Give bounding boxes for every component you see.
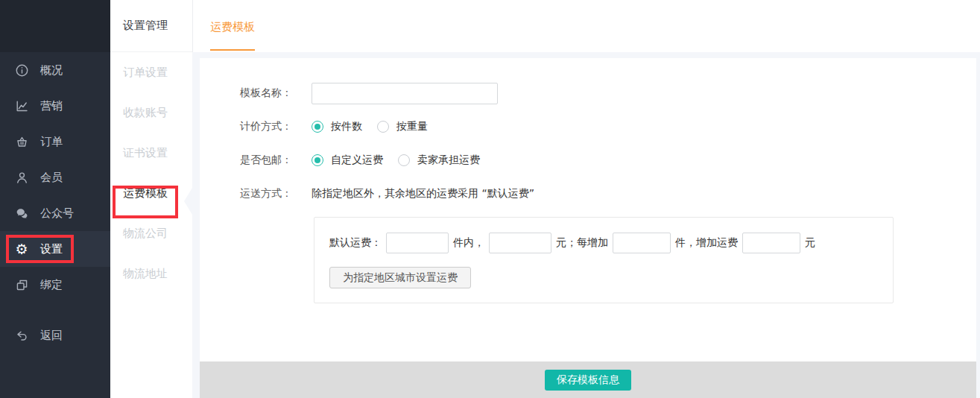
sidebar-item-overview[interactable]: 概况 <box>0 52 110 88</box>
link-icon <box>14 277 29 292</box>
submenu-item-order-settings[interactable]: 订单设置 <box>110 52 192 92</box>
active-item-arrow <box>184 188 192 215</box>
submenu-title: 设置管理 <box>110 0 192 52</box>
sidebar-item-orders[interactable]: 订单 <box>0 124 110 159</box>
info-icon <box>14 63 29 78</box>
sidebar-item-marketing[interactable]: 营销 <box>0 88 110 124</box>
radio-icon <box>312 121 323 133</box>
set-region-freight-button[interactable]: 为指定地区城市设置运费 <box>329 267 471 288</box>
submenu-item-label: 运费模板 <box>123 186 168 200</box>
template-name-row: 模板名称： <box>240 83 976 104</box>
additional-fee-input[interactable] <box>742 233 800 253</box>
unit-within-text: 件内， <box>453 236 484 250</box>
radio-label: 按重量 <box>396 120 428 133</box>
sidebar-item-label: 绑定 <box>40 278 63 292</box>
submenu-item-label: 物流地址 <box>123 267 168 281</box>
submenu-item-logistics-company[interactable]: 物流公司 <box>110 213 192 253</box>
radio-by-weight[interactable]: 按重量 <box>377 120 428 133</box>
save-template-button[interactable]: 保存模板信息 <box>545 370 631 391</box>
tab-freight-template[interactable]: 运费模板 <box>210 20 255 34</box>
freight-template-form: 模板名称： 计价方式： 按件数 按重量 是否包邮： 自定义运费 <box>200 58 976 303</box>
tab-bar: 运费模板 <box>192 0 980 52</box>
shipping-method-label: 运送方式： <box>240 187 312 200</box>
unit-yuan-every-text: 元；每增加 <box>556 236 608 250</box>
pricing-method-label: 计价方式： <box>240 120 312 133</box>
sidebar-item-label: 设置 <box>40 242 63 256</box>
pieces-within-input[interactable] <box>386 233 449 253</box>
user-icon <box>14 170 29 185</box>
template-name-label: 模板名称： <box>240 86 312 100</box>
submenu-item-label: 收款账号 <box>123 106 168 120</box>
radio-custom-freight[interactable]: 自定义运费 <box>312 154 383 167</box>
main-area: 运费模板 模板名称： 计价方式： 按件数 按重量 是否包邮： <box>192 0 980 398</box>
unit-yuan-text: 元 <box>805 236 815 250</box>
sidebar-item-label: 概况 <box>40 63 63 78</box>
default-freight-row: 默认运费： 件内， 元；每增加 件，增加运费 元 <box>329 233 893 253</box>
additional-pieces-input[interactable] <box>613 233 671 253</box>
sidebar-item-label: 订单 <box>40 135 63 149</box>
radio-icon <box>377 121 389 133</box>
gear-icon: ⚙ <box>14 241 29 256</box>
submenu-item-payment-account[interactable]: 收款账号 <box>110 92 192 133</box>
default-freight-box: 默认运费： 件内， 元；每增加 件，增加运费 元 为指定地区城市设置运费 <box>314 217 894 303</box>
sidebar-item-members[interactable]: 会员 <box>0 159 110 195</box>
sidebar-header <box>0 0 110 52</box>
default-freight-label: 默认运费： <box>329 236 382 250</box>
sidebar-item-label: 公众号 <box>40 206 74 221</box>
radio-icon <box>312 154 323 166</box>
chart-icon <box>14 98 29 113</box>
base-fee-input[interactable] <box>489 233 551 253</box>
template-name-input[interactable] <box>312 83 498 104</box>
sidebar: 概况 营销 订单 会员 公众号 ⚙ 设置 绑定 <box>0 0 110 398</box>
radio-seller-pays[interactable]: 卖家承担运费 <box>398 154 480 167</box>
sidebar-item-binding[interactable]: 绑定 <box>0 267 110 303</box>
sidebar-item-back[interactable]: 返回 <box>0 318 110 353</box>
radio-label: 自定义运费 <box>331 154 383 167</box>
radio-icon <box>398 154 410 166</box>
submenu-item-label: 证书设置 <box>123 146 168 160</box>
radio-label: 按件数 <box>331 120 362 133</box>
submenu-item-logistics-address[interactable]: 物流地址 <box>110 253 192 294</box>
submenu-item-label: 订单设置 <box>123 66 168 80</box>
submenu-item-freight-template[interactable]: 运费模板 <box>110 173 192 213</box>
freight-template-card: 模板名称： 计价方式： 按件数 按重量 是否包邮： 自定义运费 <box>200 58 976 361</box>
submenu-item-label: 物流公司 <box>123 227 168 241</box>
radio-label: 卖家承担运费 <box>417 154 480 167</box>
submenu-item-cert-settings[interactable]: 证书设置 <box>110 133 192 173</box>
shipping-method-note: 除指定地区外，其余地区的运费采用 “默认运费” <box>312 187 534 200</box>
radio-by-pieces[interactable]: 按件数 <box>312 120 362 133</box>
footer-bar: 保存模板信息 <box>200 361 976 398</box>
submenu: 设置管理 订单设置 收款账号 证书设置 运费模板 物流公司 物流地址 <box>110 0 192 398</box>
return-icon <box>14 328 29 343</box>
shipping-method-row: 运送方式： 除指定地区外，其余地区的运费采用 “默认运费” <box>240 183 976 204</box>
sidebar-item-settings[interactable]: ⚙ 设置 <box>0 231 110 267</box>
free-shipping-row: 是否包邮： 自定义运费 卖家承担运费 <box>240 150 976 171</box>
sidebar-item-wechat[interactable]: 公众号 <box>0 195 110 231</box>
unit-piece-add-text: 件，增加运费 <box>675 236 738 250</box>
wechat-icon <box>14 206 29 221</box>
basket-icon <box>14 134 29 149</box>
sidebar-item-label: 营销 <box>40 99 63 113</box>
sidebar-item-label: 会员 <box>40 171 63 185</box>
free-shipping-label: 是否包邮： <box>240 154 312 167</box>
pricing-method-row: 计价方式： 按件数 按重量 <box>240 116 976 137</box>
sidebar-item-label: 返回 <box>40 329 63 343</box>
